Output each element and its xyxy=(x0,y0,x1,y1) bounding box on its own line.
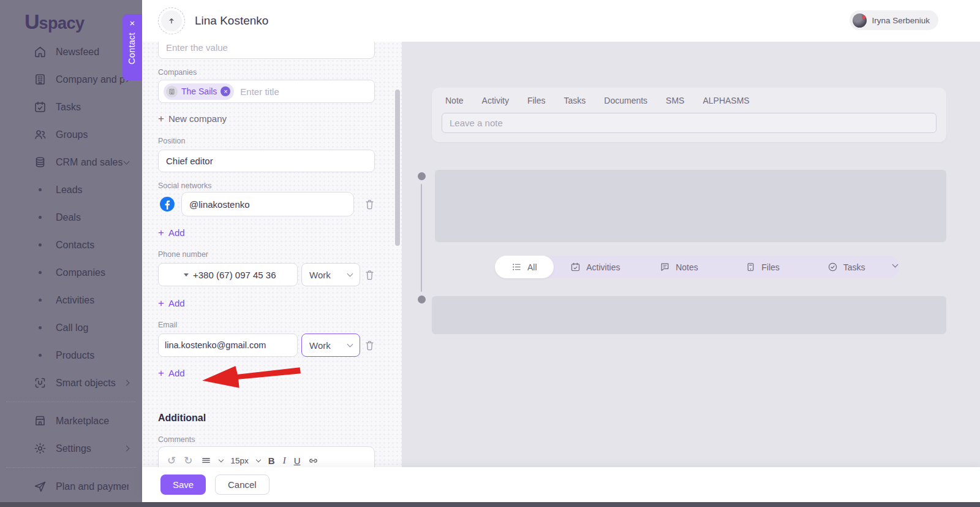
ukraine-flag-icon[interactable] xyxy=(165,270,179,280)
bullet-icon xyxy=(37,294,43,307)
sidebar-item-groups[interactable]: Groups xyxy=(0,121,142,148)
tab-sms[interactable]: SMS xyxy=(666,96,684,105)
note-input[interactable] xyxy=(442,113,937,133)
filter-notes[interactable]: Notes xyxy=(637,256,721,278)
trash-icon[interactable] xyxy=(364,269,375,281)
sidebar-item-products[interactable]: Products xyxy=(0,341,142,369)
phone-type-select[interactable]: Work xyxy=(301,263,360,286)
plus-icon: + xyxy=(158,368,164,378)
font-size-select[interactable]: 15px xyxy=(231,456,249,465)
timeline-item-placeholder xyxy=(435,170,946,242)
new-company-button[interactable]: + New company xyxy=(158,113,227,124)
link-icon[interactable] xyxy=(308,456,318,466)
tab-alphasms[interactable]: ALPHASMS xyxy=(703,96,749,105)
social-network-input[interactable] xyxy=(181,192,354,216)
contact-tab-label: Contact xyxy=(127,32,137,64)
timeline-filter-bar: All Activities Notes Files Tasks xyxy=(495,256,899,278)
coins-icon xyxy=(33,156,47,169)
form-scrollbar[interactable] xyxy=(395,90,400,246)
value-input[interactable] xyxy=(158,42,375,59)
current-user-pill[interactable]: Iryna Serbeniuk xyxy=(850,10,938,30)
bullet-icon xyxy=(37,211,43,224)
sidebar-item-companies[interactable]: Companies xyxy=(0,259,142,286)
sidebar-item-smart-objects[interactable]: Smart objects xyxy=(0,369,142,397)
add-social-button[interactable]: + Add xyxy=(158,227,185,238)
filters-chevron-down-icon[interactable] xyxy=(893,264,899,267)
page-title: Lina Kostenko xyxy=(195,14,268,28)
window-bottom-edge xyxy=(0,502,980,507)
gear-icon xyxy=(33,442,47,456)
phone-input[interactable]: +380 (67) 097 45 36 xyxy=(158,263,298,286)
font-size-caret-icon[interactable] xyxy=(257,460,260,462)
sidebar-item-marketplace[interactable]: Marketplace xyxy=(0,407,142,435)
remove-company-icon[interactable]: × xyxy=(221,86,230,96)
tab-files[interactable]: Files xyxy=(527,96,546,105)
position-input[interactable] xyxy=(158,150,375,172)
company-chip-label: The Sails xyxy=(181,86,217,96)
bullet-icon xyxy=(37,266,43,280)
company-chip[interactable]: The Sails × xyxy=(164,83,234,100)
chevron-right-icon xyxy=(124,446,129,451)
timeline-dot xyxy=(418,172,426,180)
align-icon[interactable] xyxy=(201,456,211,466)
sidebar-item-tasks[interactable]: Tasks xyxy=(0,93,142,121)
trash-icon[interactable] xyxy=(364,199,375,210)
activity-timeline-panel: NoteActivityFilesTasksDocumentsSMSALPHAS… xyxy=(402,42,980,467)
redo-icon[interactable]: ↻ xyxy=(184,454,192,467)
sidebar-item-newsfeed[interactable]: Newsfeed xyxy=(0,38,142,66)
companies-input[interactable]: The Sails × Enter title xyxy=(158,80,375,103)
sidebar: Uspacy Newsfeed Company and pe... Tasks … xyxy=(0,0,142,507)
sidebar-item-contacts[interactable]: Contacts xyxy=(0,231,142,259)
cancel-button[interactable]: Cancel xyxy=(215,475,270,495)
sidebar-item-leads[interactable]: Leads xyxy=(0,176,142,204)
tab-tasks[interactable]: Tasks xyxy=(564,96,586,105)
companies-label: Companies xyxy=(158,68,197,77)
filter-tasks[interactable]: Tasks xyxy=(804,256,888,278)
sidebar-item-company-and-pe[interactable]: Company and pe... xyxy=(0,66,142,93)
save-button[interactable]: Save xyxy=(160,475,206,495)
flag-caret-icon[interactable] xyxy=(184,273,189,276)
sidebar-item-deals[interactable]: Deals xyxy=(0,204,142,231)
annotation-arrow xyxy=(197,360,304,391)
filter-files[interactable]: Files xyxy=(721,256,805,278)
uspacy-logo[interactable]: Uspacy xyxy=(0,0,142,38)
list-icon xyxy=(511,262,522,272)
sidebar-item-crm-and-sales[interactable]: CRM and sales xyxy=(0,148,142,176)
italic-button[interactable]: I xyxy=(283,456,286,466)
chevron-right-icon xyxy=(124,381,129,385)
file-icon xyxy=(745,262,756,272)
phone-value: +380 (67) 097 45 36 xyxy=(193,270,276,280)
trash-icon[interactable] xyxy=(364,340,375,351)
users-icon xyxy=(33,128,47,142)
calendar-icon xyxy=(33,101,47,114)
sidebar-item-call-log[interactable]: Call log xyxy=(0,314,142,341)
sidebar-item-plan-and-payment[interactable]: Plan and payment xyxy=(0,473,142,500)
align-caret-icon[interactable] xyxy=(219,460,223,462)
timeline-line xyxy=(421,184,422,292)
avatar-upload-button[interactable] xyxy=(158,7,185,34)
home-icon xyxy=(33,45,47,59)
email-input[interactable] xyxy=(158,334,298,357)
sidebar-item-settings[interactable]: Settings xyxy=(0,435,142,462)
tab-activity[interactable]: Activity xyxy=(482,96,509,105)
filter-all[interactable]: All xyxy=(495,256,554,278)
tab-note[interactable]: Note xyxy=(445,96,464,105)
timeline-item-placeholder xyxy=(432,296,946,334)
email-type-select[interactable]: Work xyxy=(301,334,360,357)
add-email-button[interactable]: + Add xyxy=(158,368,185,378)
sidebar-item-activities[interactable]: Activities xyxy=(0,286,142,314)
undo-icon[interactable]: ↺ xyxy=(167,454,176,467)
add-phone-button[interactable]: + Add xyxy=(158,298,185,308)
chevron-down-icon xyxy=(347,271,353,277)
facebook-icon xyxy=(159,196,175,212)
bold-button[interactable]: B xyxy=(268,456,275,466)
position-label: Position xyxy=(158,137,185,145)
contact-panel-tab[interactable]: × Contact xyxy=(123,14,142,80)
contact-edit-form: Companies The Sails × Enter title + New … xyxy=(142,42,402,467)
filter-activities[interactable]: Activities xyxy=(554,256,638,278)
close-icon[interactable]: × xyxy=(123,17,142,29)
chevron-down-icon xyxy=(347,341,353,348)
building-icon xyxy=(166,86,178,97)
tab-documents[interactable]: Documents xyxy=(604,96,647,105)
underline-button[interactable]: U xyxy=(294,456,301,466)
